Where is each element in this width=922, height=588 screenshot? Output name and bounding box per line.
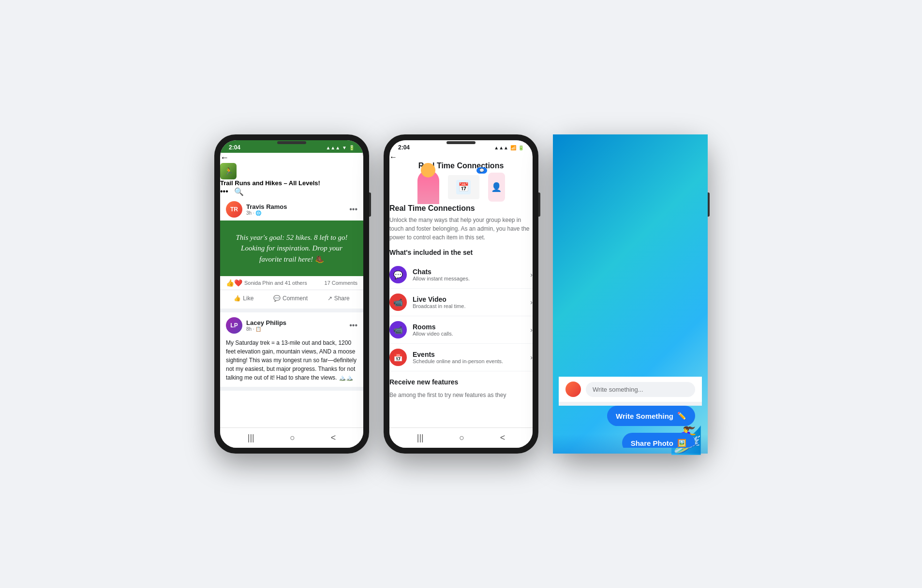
write-something-button[interactable]: Write Something ✏️ bbox=[607, 406, 695, 426]
content-area-2: Real Time Connections Unlock the many wa… bbox=[389, 204, 533, 406]
more-icon-1[interactable]: ••• bbox=[220, 187, 228, 196]
reactions-row-1: 👍❤️ Sonida Phin and 41 others 17 Comment… bbox=[220, 276, 363, 290]
post-header-2: LP Lacey Philips 8h · 📋 ••• bbox=[220, 312, 363, 337]
chats-name: Chats bbox=[413, 268, 524, 276]
rooms-name: Rooms bbox=[413, 323, 524, 331]
nav-back-icon[interactable]: < bbox=[331, 433, 336, 443]
back-button-2[interactable]: ← bbox=[389, 153, 397, 161]
rtc-desc: Unlock the many ways that help your grou… bbox=[389, 216, 533, 242]
status-bar-2: 2:04 ▲▲▲ 📶 🔋 bbox=[389, 140, 533, 153]
events-sub: Schedule online and in-person events. bbox=[413, 358, 524, 364]
reactions-text-1: Sonida Phin and 41 others bbox=[244, 280, 307, 286]
receive-section: Receive new features Be among the first … bbox=[389, 378, 533, 399]
livevideo-chevron: › bbox=[530, 298, 533, 306]
share-icon-1: ↗ bbox=[327, 295, 332, 302]
feature-rooms[interactable]: 📹 Rooms Allow video calls. › bbox=[389, 316, 533, 344]
post-meta-1: 3h · 🌐 bbox=[246, 210, 345, 216]
rooms-sub: Allow video calls. bbox=[413, 331, 524, 337]
like-icon-1: 👍 bbox=[234, 295, 241, 302]
chats-sub: Allow instant messages. bbox=[413, 276, 524, 281]
status-bar-1: 2:04 ▲▲▲ ▼ 🔋 bbox=[220, 140, 363, 153]
write-box-3: Write something... bbox=[559, 377, 702, 406]
livevideo-sub: Broadcast in real time. bbox=[413, 303, 524, 309]
write-icon: ✏️ bbox=[677, 412, 686, 420]
photo-icon: 🖼️ bbox=[677, 439, 686, 447]
rooms-chevron: › bbox=[530, 326, 533, 334]
post-body-2: My Saturday trek = a 13-mile out and bac… bbox=[220, 337, 363, 387]
chats-icon: 💬 bbox=[389, 266, 407, 283]
user-info-1: Travis Ramos 3h · 🌐 bbox=[246, 203, 345, 216]
comments-count-1: 17 Comments bbox=[325, 280, 357, 286]
events-name: Events bbox=[413, 351, 524, 358]
post-meta-2: 8h · 📋 bbox=[246, 326, 345, 332]
phone-1: 2:04 ▲▲▲ ▼ 🔋 ← 🏃 Trail Runs and Hikes – … bbox=[214, 134, 369, 454]
nav-menu-icon[interactable]: ||| bbox=[248, 433, 254, 443]
nav-back-icon-2[interactable]: < bbox=[500, 433, 506, 443]
bottom-nav-2: ||| ○ < bbox=[389, 427, 533, 448]
livevideo-icon: 📹 bbox=[389, 294, 407, 311]
post-header-1: TR Travis Ramos 3h · 🌐 ••• bbox=[220, 196, 363, 220]
search-icon-1[interactable]: 🔍 bbox=[234, 187, 244, 196]
status-time-2: 2:04 bbox=[398, 144, 410, 151]
post-more-icon-1[interactable]: ••• bbox=[349, 205, 357, 214]
user-avatar-1: TR bbox=[226, 201, 242, 218]
post-card-1: TR Travis Ramos 3h · 🌐 ••• This year's g… bbox=[220, 196, 363, 313]
phone-2: 2:04 ▲▲▲ 📶 🔋 ← Real Time Connections bbox=[384, 134, 538, 454]
user-avatar-2: LP bbox=[226, 317, 242, 334]
receive-title: Receive new features bbox=[389, 378, 533, 386]
user-name-1: Travis Ramos bbox=[246, 203, 345, 210]
post-text-1: This year's goal: 52 hikes. 8 left to go… bbox=[230, 232, 354, 265]
nav-home-icon[interactable]: ○ bbox=[290, 433, 295, 443]
write-input-3[interactable]: Write something... bbox=[586, 382, 695, 397]
action-row-1: 👍 Like 💬 Comment ↗ Share bbox=[220, 290, 363, 309]
header-2: ← Real Time Connections bbox=[389, 153, 533, 170]
back-button-1[interactable]: ← bbox=[220, 153, 229, 162]
rooms-icon: 📹 bbox=[389, 321, 407, 338]
popup-area: Write Something ✏️ Share Photo 🖼️ bbox=[559, 406, 702, 448]
post-bg-1: This year's goal: 52 hikes. 8 left to go… bbox=[220, 220, 363, 277]
livevideo-text: Live Video Broadcast in real time. bbox=[413, 295, 524, 309]
feed-scroll-1: TR Travis Ramos 3h · 🌐 ••• This year's g… bbox=[220, 196, 363, 427]
events-chevron: › bbox=[530, 353, 533, 361]
chats-chevron: › bbox=[530, 271, 533, 279]
header-actions-1: ••• 🔍 bbox=[220, 187, 363, 196]
page-title-2: Real Time Connections bbox=[389, 162, 533, 170]
feature-events[interactable]: 📅 Events Schedule online and in-person e… bbox=[389, 344, 533, 371]
chats-text: Chats Allow instant messages. bbox=[413, 268, 524, 281]
share-photo-button[interactable]: Share Photo 🖼️ bbox=[622, 433, 695, 448]
group-title-1: Trail Runs and Hikes – All Levels! bbox=[220, 179, 363, 187]
nav-home-icon-2[interactable]: ○ bbox=[459, 433, 464, 443]
bottom-nav-1: ||| ○ < bbox=[220, 427, 363, 448]
comment-icon-1: 💬 bbox=[273, 295, 281, 302]
writer-avatar bbox=[565, 382, 581, 397]
wifi-icon: ▼ bbox=[342, 145, 347, 150]
status-icons-1: ▲▲▲ ▼ 🔋 bbox=[326, 145, 355, 150]
livevideo-name: Live Video bbox=[413, 295, 524, 303]
phone-3: 2:04 ▲▲▲ 📶 🔋 ← ••• 🔍 🏄‍♀️ bbox=[553, 134, 708, 454]
signal-icon: ▲▲▲ bbox=[326, 145, 340, 150]
feature-livevideo[interactable]: 📹 Live Video Broadcast in real time. › bbox=[389, 289, 533, 316]
events-icon: 📅 bbox=[389, 349, 407, 366]
user-name-2: Lacey Philips bbox=[246, 319, 345, 326]
receive-desc: Be among the first to try new features a… bbox=[389, 391, 533, 399]
group-header-1: ← 🏃 Trail Runs and Hikes – All Levels! •… bbox=[220, 153, 363, 196]
status-time-1: 2:04 bbox=[229, 144, 240, 151]
status-icons-2: ▲▲▲ 📶 🔋 bbox=[494, 145, 524, 150]
group-avatar-1: 🏃 bbox=[220, 163, 237, 179]
hero-banner-2: 📅 💬 👤 bbox=[389, 170, 533, 204]
like-button-1[interactable]: 👍 Like bbox=[229, 292, 258, 305]
user-info-2: Lacey Philips 8h · 📋 bbox=[246, 319, 345, 332]
rtc-title: Real Time Connections bbox=[389, 204, 533, 213]
battery-icon-2: 🔋 bbox=[518, 145, 524, 150]
whats-included-label: What's included in the set bbox=[389, 249, 533, 256]
rooms-text: Rooms Allow video calls. bbox=[413, 323, 524, 337]
feed-area-3: Write something... Write Something ✏️ Sh… bbox=[559, 377, 702, 448]
feature-chats[interactable]: 💬 Chats Allow instant messages. › bbox=[389, 261, 533, 289]
post-more-icon-2[interactable]: ••• bbox=[349, 321, 357, 330]
share-button-1[interactable]: ↗ Share bbox=[323, 292, 355, 305]
comment-button-1[interactable]: 💬 Comment bbox=[268, 292, 312, 305]
post-card-2: LP Lacey Philips 8h · 📋 ••• My Saturday … bbox=[220, 312, 363, 391]
nav-menu-icon-2[interactable]: ||| bbox=[417, 433, 424, 443]
wifi-icon-2: 📶 bbox=[510, 145, 516, 150]
battery-icon: 🔋 bbox=[349, 145, 355, 150]
